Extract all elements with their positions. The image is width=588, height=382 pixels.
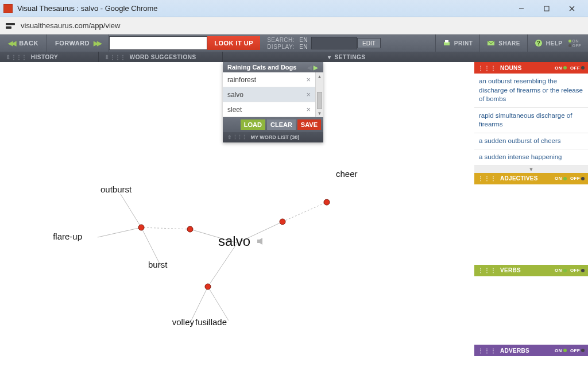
svg-line-17: [98, 227, 141, 237]
wordlist-footer[interactable]: ⇕ ⋮⋮⋮MY WORD LIST (30): [223, 132, 323, 142]
definition-item[interactable]: rapid simultaneous discharge of firearms: [474, 108, 588, 133]
node-label[interactable]: outburst: [100, 184, 132, 194]
remove-icon[interactable]: ×: [306, 75, 311, 84]
graph-node[interactable]: [187, 226, 193, 232]
nouns-header[interactable]: ⋮⋮⋮NOUNS ON OFF: [474, 62, 588, 74]
window-title: Visual Thesaurus : salvo - Google Chrome: [17, 4, 509, 13]
wordlist-buttons: LOAD CLEAR SAVE: [223, 117, 323, 132]
history-section[interactable]: ⇕ ⋮⋮⋮HISTORY: [0, 52, 99, 62]
definition-item[interactable]: a sudden outburst of cheers: [474, 133, 588, 150]
svg-text:?: ?: [537, 40, 541, 47]
scroll-down-icon[interactable]: ▼: [316, 109, 323, 117]
wordlist-title: Raining Cats and Dogs: [227, 64, 296, 71]
meanings-panel: ⋮⋮⋮NOUNS ON OFF an outburst resembling t…: [474, 62, 588, 382]
definition-item[interactable]: an outburst resembling the discharge of …: [474, 74, 588, 108]
wordlist-item[interactable]: sleet×: [223, 102, 315, 117]
word-suggestions-section[interactable]: ⇕ ⋮⋮⋮WORD SUGGESTIONS: [99, 52, 223, 62]
noun-definitions: an outburst resembling the discharge of …: [474, 74, 588, 173]
remove-icon[interactable]: ×: [306, 90, 311, 99]
back-button[interactable]: ◀◀ BACK: [0, 34, 47, 52]
scroll-down-icon[interactable]: ▼: [474, 166, 588, 173]
help-button[interactable]: ? HELP ON OFF: [527, 34, 588, 52]
wordlist-header[interactable]: Raining Cats and Dogs ◀▶: [223, 62, 323, 72]
main-toolbar: ◀◀ BACK FORWARD ▶▶ LOOK IT UP SEARCH:EN …: [0, 34, 588, 52]
svg-rect-19: [257, 240, 260, 243]
search-input[interactable]: [109, 36, 207, 50]
wordlist-item[interactable]: rainforest×: [223, 72, 315, 87]
share-button[interactable]: SHARE: [479, 34, 527, 52]
help-onoff-toggle[interactable]: ON OFF: [568, 39, 582, 48]
language-field[interactable]: [311, 37, 357, 49]
language-display: SEARCH:EN DISPLAY:EN: [260, 34, 311, 52]
adjectives-header[interactable]: ⋮⋮⋮ADJECTIVES ON OFF: [474, 173, 588, 184]
graph-node[interactable]: [280, 219, 285, 225]
forward-button[interactable]: FORWARD ▶▶: [47, 34, 109, 52]
wordlist-item[interactable]: salvo×: [223, 87, 315, 102]
scroll-thumb[interactable]: [317, 92, 322, 109]
address-bar[interactable]: visualthesaurus.com/app/view: [0, 17, 588, 34]
clear-button[interactable]: CLEAR: [267, 119, 296, 130]
help-icon: ?: [535, 39, 543, 47]
print-icon: [443, 39, 451, 47]
svg-line-16: [121, 194, 141, 227]
node-label[interactable]: burst: [148, 260, 168, 269]
lookup-button[interactable]: LOOK IT UP: [207, 36, 260, 50]
wordlist-next[interactable]: ▶: [313, 64, 319, 71]
svg-line-11: [208, 243, 237, 287]
load-button[interactable]: LOAD: [241, 119, 265, 130]
favicon: [3, 4, 13, 13]
graph-node[interactable]: [138, 225, 144, 230]
svg-rect-5: [445, 40, 448, 43]
close-button[interactable]: [559, 0, 585, 17]
graph-node[interactable]: [205, 284, 211, 290]
browser-titlebar: Visual Thesaurus : salvo - Google Chrome: [0, 0, 588, 17]
secondary-toolbar: ⇕ ⋮⋮⋮HISTORY ⇕ ⋮⋮⋮WORD SUGGESTIONS ▾SETT…: [0, 52, 588, 62]
node-label[interactable]: flare-up: [53, 231, 82, 241]
wordlist-items: rainforest× salvo× sleet× ▲ ▼: [223, 72, 323, 117]
definition-item[interactable]: a sudden intense happening: [474, 149, 588, 166]
svg-line-10: [283, 202, 327, 222]
verbs-header[interactable]: ⋮⋮⋮VERBS ON OFF: [474, 265, 588, 276]
share-icon: [487, 39, 495, 47]
wordlist-scrollbar[interactable]: ▲ ▼: [315, 72, 323, 117]
adverbs-header[interactable]: ⋮⋮⋮ADVERBS ON OFF: [474, 345, 588, 356]
svg-line-12: [191, 287, 208, 321]
wordlist-prev[interactable]: ◀: [307, 64, 312, 71]
edit-button[interactable]: EDIT: [357, 38, 381, 48]
print-button[interactable]: PRINT: [435, 34, 480, 52]
wordlist-panel: Raining Cats and Dogs ◀▶ rainforest× sal…: [223, 62, 323, 142]
save-button[interactable]: SAVE: [297, 119, 321, 130]
scroll-up-icon[interactable]: ▲: [316, 72, 323, 80]
svg-marker-20: [260, 238, 262, 245]
svg-line-13: [208, 287, 229, 321]
node-label[interactable]: cheer: [336, 169, 358, 179]
site-settings-icon[interactable]: [6, 21, 15, 30]
speaker-icon[interactable]: [257, 238, 262, 245]
minimize-button[interactable]: [509, 0, 534, 17]
node-label[interactable]: volley: [172, 317, 195, 327]
center-word[interactable]: salvo: [218, 233, 250, 249]
maximize-button[interactable]: [534, 0, 559, 17]
svg-rect-1: [544, 6, 549, 11]
remove-icon[interactable]: ×: [306, 105, 311, 114]
url-text: visualthesaurus.com/app/view: [21, 21, 120, 30]
graph-node[interactable]: [324, 199, 330, 205]
svg-line-15: [141, 227, 190, 229]
settings-menu[interactable]: ▾SETTINGS: [323, 52, 370, 62]
node-label[interactable]: fusillade: [195, 317, 227, 327]
